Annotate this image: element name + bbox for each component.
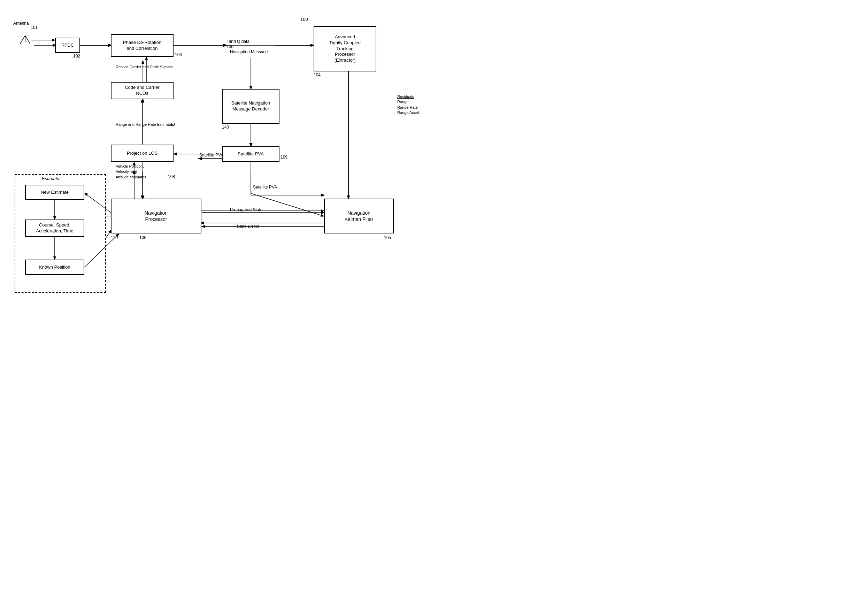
known-position-label: Known Position [39, 264, 70, 270]
i-q-label: I and Q data [226, 39, 250, 45]
residuals-title: Residuals [397, 94, 414, 98]
sat-pva-box: Satellite PVA [222, 146, 279, 162]
nav-processor-label: NavigationProcessor [145, 210, 168, 222]
replica-carrier-text: Replica Carrier and Code Signals [116, 65, 172, 69]
residuals-range-accel: Range Accel. [397, 111, 420, 115]
project-los-box: Project on LOS [111, 145, 173, 162]
diagram: Antenna 101 RFDC 102 Phase De-Rotationan… [0, 0, 460, 314]
residuals-range-rate: Range Rate [397, 105, 418, 109]
nav-kalman-num: 105 [384, 235, 391, 241]
nav-kalman-box: NavigationKalman Filter [324, 198, 394, 233]
sat-nav-decoder-box: Satellite NavigationMessage Decoder [222, 89, 279, 124]
svg-line-23 [25, 36, 30, 44]
system-num: 100 [300, 17, 308, 23]
sat-nav-decoder-label: Satellite NavigationMessage Decoder [231, 100, 270, 112]
code-carrier-label: Code and CarrierNCOs [125, 85, 159, 97]
nav-processor-num: 106 [139, 235, 146, 241]
advanced-label: AdvancedTightly CoupledTrackingProcessor… [329, 34, 361, 63]
new-estimate-box: New Estimate [25, 185, 84, 200]
estimator-label: Estimator [42, 176, 61, 182]
rfdc-num: 102 [73, 54, 80, 59]
residuals-range: Range [397, 100, 408, 104]
range-rate-text: Range and Range Rate Estimates [116, 122, 174, 126]
sat-pva-num: 109 [281, 155, 287, 160]
rfdc-box: RFDC [55, 37, 80, 53]
antenna-symbol [18, 25, 32, 46]
advanced-box: AdvancedTightly CoupledTrackingProcessor… [314, 26, 376, 72]
vehicle-pos-text: Vehicle Position,Velocity, andAttitude e… [116, 164, 146, 179]
replica-carrier-label: Replica Carrier and Code Signals [116, 64, 172, 69]
nav-message-num: 130 [226, 44, 233, 50]
course-speed-label: Course, Speed,Acceleration, Time [36, 222, 73, 234]
vehicle-pos-num: 108 [168, 174, 175, 180]
advanced-num: 104 [314, 72, 321, 78]
sat-pva-arrow2-label: Satellite PVA [253, 185, 277, 190]
phase-derotation-box: Phase De-Rotationand Correlation [111, 34, 173, 57]
nav-kalman-label: NavigationKalman Filter [345, 210, 373, 222]
antenna-icon [18, 25, 32, 44]
project-los-label: Project on LOS [127, 150, 158, 156]
antenna-label: Antenna [13, 21, 29, 27]
num-120: 120 [111, 235, 118, 241]
phase-num: 103 [175, 52, 182, 58]
vehicle-pos-label: Vehicle Position,Velocity, andAttitude e… [116, 164, 146, 180]
svg-line-22 [20, 36, 25, 44]
propagated-state-label: Propagated State [230, 207, 262, 213]
state-errors-label: State Errors [237, 224, 259, 229]
sat-nav-num: 140 [222, 125, 229, 130]
residuals-label: Residuals Range Range Rate Range Accel. [397, 94, 420, 116]
phase-label: Phase De-Rotationand Correlation [123, 40, 161, 52]
rfdc-label: RFDC [61, 42, 74, 48]
course-speed-box: Course, Speed,Acceleration, Time [25, 220, 84, 237]
range-rate-label: Range and Range Rate Estimates [116, 122, 174, 127]
nav-message-label: Navigation Message [230, 50, 268, 55]
nav-processor-box: NavigationProcessor [111, 198, 201, 233]
range-rate-num: 110 [168, 122, 175, 128]
sat-pva-arrow1-label: Satellite PVA [199, 153, 223, 158]
code-carrier-box: Code and CarrierNCOs [111, 82, 173, 99]
antenna-num: 101 [31, 25, 37, 31]
known-position-box: Known Position [25, 259, 84, 275]
new-estimate-label: New Estimate [41, 190, 69, 195]
sat-pva-label: Satellite PVA [238, 151, 264, 157]
